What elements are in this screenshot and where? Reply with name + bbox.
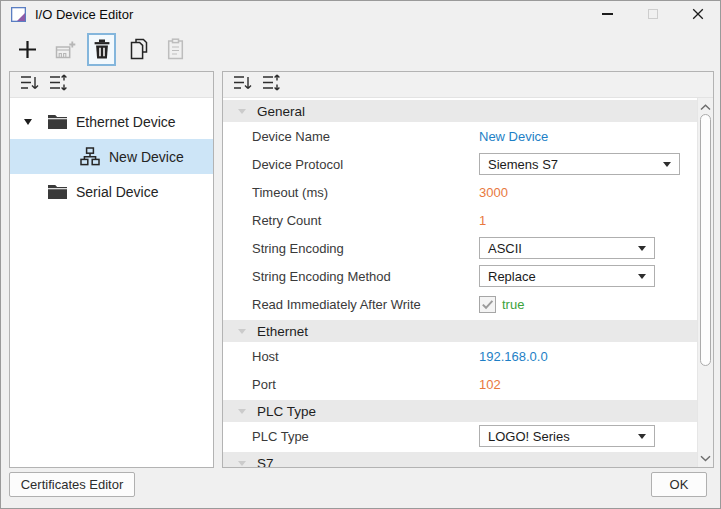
tree-item-label: Ethernet Device: [76, 114, 176, 130]
add-group-icon: [54, 39, 76, 60]
property-label: PLC Type: [223, 429, 479, 444]
property-row-string-encoding: String EncodingASCII: [223, 234, 697, 262]
section-title: PLC Type: [257, 404, 316, 419]
section-header-plc-type[interactable]: PLC Type: [223, 398, 697, 422]
add-group-button: [50, 33, 79, 66]
string-encoding-method-dropdown[interactable]: Replace: [479, 265, 655, 287]
main-toolbar: [13, 32, 190, 66]
section-header-general[interactable]: General: [223, 98, 697, 122]
scroll-down-button[interactable]: [698, 451, 713, 465]
expand-all-button[interactable]: [49, 74, 68, 95]
collapse-all-button[interactable]: [233, 74, 252, 95]
section-header-ethernet[interactable]: Ethernet: [223, 318, 697, 342]
expand-all-icon: [49, 74, 68, 95]
expander-down-icon[interactable]: [24, 119, 48, 125]
property-value: Replace: [479, 265, 655, 287]
property-label: Timeout (ms): [223, 185, 479, 200]
panel-toolbar: [10, 72, 213, 98]
property-row-string-encoding-method: String Encoding MethodReplace: [223, 262, 697, 290]
close-icon: [692, 8, 704, 20]
tree-item-label: Serial Device: [76, 184, 158, 200]
minimize-button[interactable]: [585, 1, 630, 27]
tree-item-serial-device[interactable]: Serial Device: [10, 174, 213, 209]
add-device-button[interactable]: [13, 33, 42, 66]
section-title: General: [257, 104, 305, 119]
property-label: String Encoding Method: [223, 269, 479, 284]
string-encoding-dropdown[interactable]: ASCII: [479, 237, 655, 259]
trash-icon: [92, 38, 112, 60]
certificates-editor-button[interactable]: Certificates Editor: [9, 472, 135, 497]
ok-button[interactable]: OK: [651, 472, 707, 497]
section-collapse-icon: [238, 109, 246, 114]
dropdown-selected-value: ASCII: [488, 241, 522, 256]
copy-device-button[interactable]: [124, 33, 153, 66]
folder-icon: [48, 114, 67, 129]
property-row-timeout-ms: Timeout (ms)3000: [223, 178, 697, 206]
section-collapse-icon: [238, 329, 246, 334]
io-device-editor-window: I/O Device Editor Ethernet DeviceNew Dev…: [0, 0, 721, 509]
app-icon: [11, 7, 26, 22]
chevron-down-icon: [638, 274, 646, 279]
network-icon: [80, 147, 100, 166]
property-value: Siemens S7: [479, 153, 680, 175]
tree-item-label: New Device: [109, 149, 184, 165]
collapse-all-icon: [233, 74, 252, 95]
property-label: Port: [223, 377, 479, 392]
plc-type-dropdown[interactable]: LOGO! Series: [479, 425, 655, 447]
property-content: GeneralDevice NameNew DeviceDevice Proto…: [223, 98, 713, 467]
property-value: 1: [479, 213, 486, 228]
property-label: Host: [223, 349, 479, 364]
device-name-value[interactable]: New Device: [479, 129, 548, 144]
property-row-plc-type: PLC TypeLOGO! Series: [223, 422, 697, 450]
vertical-scrollbar[interactable]: [697, 98, 713, 467]
copy-icon: [129, 38, 149, 60]
property-panel: GeneralDevice NameNew DeviceDevice Proto…: [222, 71, 714, 468]
delete-device-button[interactable]: [87, 33, 116, 66]
maximize-icon: [648, 9, 658, 19]
maximize-button: [630, 1, 675, 27]
collapse-all-button[interactable]: [20, 74, 39, 95]
close-button[interactable]: [675, 1, 720, 27]
paste-device-button: [161, 33, 190, 66]
scrollbar-thumb[interactable]: [700, 114, 711, 366]
port-value[interactable]: 102: [479, 377, 501, 392]
tree-item-ethernet-device[interactable]: Ethernet Device: [10, 104, 213, 139]
section-title: Ethernet: [257, 324, 308, 339]
section-collapse-icon: [238, 461, 246, 466]
device-protocol-dropdown[interactable]: Siemens S7: [479, 153, 680, 175]
property-row-host: Host192.168.0.0: [223, 342, 697, 370]
expand-all-button[interactable]: [262, 74, 281, 95]
property-value: 3000: [479, 185, 508, 200]
read-immediately-after-write-checkbox[interactable]: [479, 296, 496, 313]
checkbox-value-text: true: [502, 297, 524, 312]
property-value: New Device: [479, 129, 548, 144]
plus-icon: [17, 39, 38, 60]
property-label: Device Name: [223, 129, 479, 144]
property-row-device-name: Device NameNew Device: [223, 122, 697, 150]
panel-toolbar: [223, 72, 713, 98]
chevron-down-icon: [663, 162, 671, 167]
retry-count-value[interactable]: 1: [479, 213, 486, 228]
scroll-up-button[interactable]: [698, 100, 713, 114]
property-list: GeneralDevice NameNew DeviceDevice Proto…: [223, 98, 697, 467]
titlebar: I/O Device Editor: [1, 1, 720, 27]
property-value: true: [479, 296, 524, 313]
device-tree: Ethernet DeviceNew DeviceSerial Device: [10, 98, 213, 209]
minimize-icon: [602, 13, 613, 15]
dropdown-selected-value: Siemens S7: [488, 157, 558, 172]
property-row-retry-count: Retry Count1: [223, 206, 697, 234]
device-tree-panel: Ethernet DeviceNew DeviceSerial Device: [9, 71, 214, 468]
window-controls: [585, 1, 720, 27]
tree-item-new-device[interactable]: New Device: [10, 139, 213, 174]
window-title: I/O Device Editor: [35, 7, 133, 22]
host-value[interactable]: 192.168.0.0: [479, 349, 548, 364]
property-row-read-immediately-after-write: Read Immediately After Writetrue: [223, 290, 697, 318]
section-title: S7: [257, 456, 274, 468]
property-value: 192.168.0.0: [479, 349, 548, 364]
property-label: Device Protocol: [223, 157, 479, 172]
section-header-s7[interactable]: S7: [223, 450, 697, 467]
dropdown-selected-value: LOGO! Series: [488, 429, 570, 444]
collapse-all-icon: [20, 74, 39, 95]
chevron-down-icon: [638, 434, 646, 439]
timeout-ms-value[interactable]: 3000: [479, 185, 508, 200]
